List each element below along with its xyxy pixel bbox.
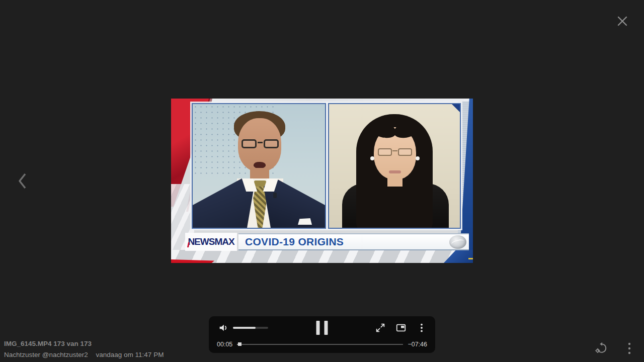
chyron-bar: COVID-19 ORIGINS xyxy=(238,233,469,250)
guest-video-panel xyxy=(328,103,461,229)
picture-in-picture-icon xyxy=(395,322,407,333)
rotate-button[interactable] xyxy=(595,341,608,355)
previous-media-button[interactable] xyxy=(16,172,28,190)
guest-neck xyxy=(387,175,403,187)
fullscreen-icon xyxy=(375,322,386,333)
volume-fill xyxy=(233,327,256,329)
video-player[interactable]: COVID-19 ORIGINS NEWSMAX xyxy=(171,99,473,263)
globe-icon xyxy=(449,235,466,249)
close-icon xyxy=(616,15,629,28)
time-remaining: −07:46 xyxy=(408,341,427,348)
file-info-line: IMG_6145.MP4 173 van 173 xyxy=(4,340,92,347)
pause-icon xyxy=(316,321,320,335)
volume-icon xyxy=(218,322,229,333)
player-menu-button[interactable] xyxy=(416,322,427,333)
file-name: IMG_6145.MP4 xyxy=(4,340,52,347)
guest-glasses-bridge xyxy=(392,150,397,151)
viewer-menu-button[interactable] xyxy=(626,342,632,355)
guest-lens-left xyxy=(378,148,392,156)
pause-icon xyxy=(325,321,328,335)
player-controls-bar: 00:05 −07:46 xyxy=(209,316,435,353)
anchor-lens-right xyxy=(264,139,279,148)
player-right-icons xyxy=(375,322,427,333)
studio-bottom-band xyxy=(171,250,473,263)
sender-name[interactable]: Nachtzuster @nachtzuster2 xyxy=(4,351,88,358)
chevron-left-icon xyxy=(16,172,28,190)
message-timestamp: vandaag om 11:47 PM xyxy=(96,351,164,358)
volume-button[interactable] xyxy=(218,322,229,333)
anchor-glasses xyxy=(242,139,279,149)
anchor-pocket-square xyxy=(298,218,312,225)
guest-mouth xyxy=(389,170,401,173)
rotate-icon xyxy=(595,341,608,355)
anchor-lapel-mic xyxy=(273,193,277,198)
studio-bottom-yellow xyxy=(468,258,473,259)
progress-handle[interactable] xyxy=(238,342,242,346)
volume-slider[interactable] xyxy=(233,327,268,329)
anchor-video-panel xyxy=(192,103,326,229)
progress-bar[interactable] xyxy=(237,344,403,345)
anchor-lens-left xyxy=(242,139,257,148)
guest-panel-corner-cut xyxy=(451,103,461,113)
chyron-title: COVID-19 ORIGINS xyxy=(238,236,344,248)
studio-top-strip xyxy=(171,99,473,103)
file-counter: 173 van 173 xyxy=(53,340,92,347)
guest-earbud-right xyxy=(416,156,420,160)
seek-row: 00:05 −07:46 xyxy=(217,340,427,349)
time-elapsed: 00:05 xyxy=(217,341,232,348)
sender-info-line: Nachtzuster @nachtzuster2 vandaag om 11:… xyxy=(4,351,164,358)
channel-logo-box: NEWSMAX xyxy=(185,233,237,251)
guest-lens-right xyxy=(398,148,412,156)
guest-earbud-left xyxy=(370,156,374,160)
picture-in-picture-button[interactable] xyxy=(395,322,407,333)
kebab-menu-icon xyxy=(626,342,632,355)
kebab-menu-icon xyxy=(416,322,427,333)
fullscreen-button[interactable] xyxy=(375,322,386,333)
guest-glasses xyxy=(378,148,412,157)
anchor-glasses-bridge xyxy=(258,142,263,143)
pause-button[interactable] xyxy=(316,321,328,335)
close-button[interactable] xyxy=(616,15,629,28)
channel-logo: NEWSMAX xyxy=(188,236,234,247)
